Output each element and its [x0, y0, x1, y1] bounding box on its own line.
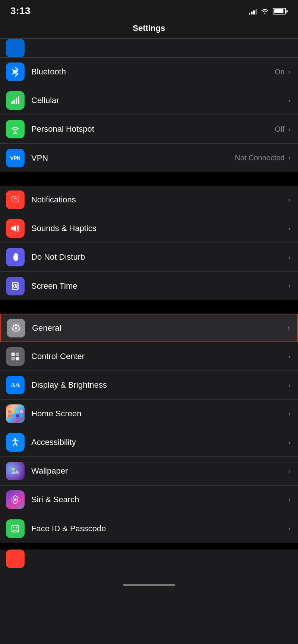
section-divider-1: [0, 172, 298, 186]
notifications-icon: !: [6, 190, 25, 209]
svg-rect-32: [12, 525, 19, 532]
accessibility-label: Accessibility: [31, 438, 76, 447]
vpn-value: Not Connected: [235, 154, 285, 162]
svg-rect-3: [18, 96, 19, 104]
control-center-label: Control Center: [31, 352, 85, 361]
general-label: General: [32, 323, 61, 333]
general-icon: [7, 319, 25, 337]
settings-item-vpn[interactable]: VPN VPN Not Connected ›: [0, 144, 298, 172]
faceid-label: Face ID & Passcode: [31, 524, 106, 534]
settings-item-screentime[interactable]: Screen Time ›: [0, 272, 298, 300]
svg-rect-22: [12, 357, 15, 360]
settings-item-wallpaper[interactable]: Wallpaper ›: [0, 457, 298, 486]
bluetooth-value: On: [275, 68, 285, 76]
section-divider-3: [0, 543, 298, 550]
bluetooth-icon: [6, 63, 25, 81]
screentime-icon: [6, 277, 25, 295]
svg-rect-20: [12, 353, 15, 356]
settings-item-cellular[interactable]: Cellular ›: [0, 86, 298, 115]
settings-item-control-center[interactable]: Control Center ›: [0, 342, 298, 371]
display-chevron: ›: [288, 381, 291, 389]
control-center-icon: [6, 347, 25, 366]
hotspot-value: Off: [275, 125, 285, 134]
svg-point-4: [15, 131, 16, 133]
wallpaper-chevron: ›: [288, 467, 291, 475]
notifications-group: ! Notifications › Sounds & Haptics ›: [0, 186, 298, 300]
screentime-label: Screen Time: [31, 281, 77, 291]
system-group: General › Control Center › AA: [0, 314, 298, 543]
cellular-label: Cellular: [31, 96, 59, 105]
homescreen-icon: [6, 404, 25, 423]
settings-item-siri[interactable]: Siri & Search ›: [0, 486, 298, 514]
dnd-label: Do Not Disturb: [31, 252, 85, 262]
battery-icon: [273, 8, 288, 15]
svg-point-31: [15, 503, 16, 504]
nav-header: Settings: [0, 20, 298, 39]
bluetooth-label: Bluetooth: [31, 67, 66, 77]
sounds-chevron: ›: [288, 225, 291, 233]
cellular-chevron: ›: [288, 97, 291, 105]
display-icon: AA: [6, 376, 25, 394]
accessibility-chevron: ›: [288, 439, 291, 446]
svg-rect-0: [12, 101, 13, 104]
settings-item-accessibility[interactable]: Accessibility ›: [0, 428, 298, 457]
svg-rect-13: [12, 227, 14, 230]
siri-label: Siri & Search: [31, 495, 79, 504]
svg-point-29: [14, 499, 17, 501]
partial-icon: [6, 39, 25, 57]
settings-item-faceid[interactable]: Face ID & Passcode ›: [0, 514, 298, 543]
signal-icon: [249, 8, 257, 15]
settings-item-notifications[interactable]: ! Notifications ›: [0, 186, 298, 214]
notifications-chevron: ›: [288, 196, 291, 204]
svg-point-30: [15, 495, 16, 496]
faceid-chevron: ›: [288, 525, 291, 532]
accessibility-icon: [6, 433, 25, 452]
svg-marker-14: [13, 225, 16, 232]
partial-bottom-item[interactable]: [0, 550, 298, 568]
wallpaper-label: Wallpaper: [31, 466, 68, 476]
partial-item[interactable]: [0, 39, 298, 58]
faceid-icon: [6, 519, 25, 538]
cellular-icon: [6, 91, 25, 110]
homescreen-chevron: ›: [288, 410, 291, 418]
page-title: Settings: [133, 23, 165, 33]
settings-item-sounds[interactable]: Sounds & Haptics ›: [0, 214, 298, 243]
sounds-label: Sounds & Haptics: [31, 224, 96, 233]
partial-bottom-group: [0, 543, 298, 568]
display-label: Display & Brightness: [31, 380, 107, 390]
vpn-label: VPN: [31, 153, 48, 163]
vpn-chevron: ›: [288, 154, 291, 162]
section-divider-2: [0, 300, 298, 314]
svg-rect-23: [16, 357, 19, 360]
hotspot-icon: [6, 120, 25, 138]
partial-bottom-icon: [6, 550, 25, 568]
homescreen-label: Home Screen: [31, 409, 82, 419]
siri-icon: [6, 490, 25, 509]
svg-rect-2: [16, 98, 17, 104]
status-bar: 3:13: [0, 0, 298, 20]
connectivity-group: Bluetooth On › Cellular ›: [0, 58, 298, 172]
hotspot-label: Personal Hotspot: [31, 124, 94, 134]
svg-point-26: [12, 468, 15, 471]
home-indicator: [123, 584, 175, 586]
siri-chevron: ›: [288, 496, 291, 504]
home-indicator-area: [0, 568, 298, 590]
svg-text:!: !: [18, 196, 19, 198]
status-icons: [249, 8, 288, 15]
svg-point-25: [14, 438, 16, 440]
settings-item-bluetooth[interactable]: Bluetooth On ›: [0, 58, 298, 86]
wifi-icon: [261, 8, 269, 14]
settings-item-hotspot[interactable]: Personal Hotspot Off ›: [0, 115, 298, 144]
svg-point-19: [15, 327, 18, 329]
notifications-label: Notifications: [31, 195, 76, 205]
settings-item-display[interactable]: AA Display & Brightness ›: [0, 371, 298, 400]
settings-item-homescreen[interactable]: Home Screen ›: [0, 400, 298, 428]
settings-item-general[interactable]: General ›: [0, 314, 298, 342]
bluetooth-chevron: ›: [288, 68, 291, 76]
screentime-chevron: ›: [288, 282, 291, 290]
wallpaper-icon: [6, 462, 25, 480]
sounds-icon: [6, 219, 25, 238]
settings-item-dnd[interactable]: Do Not Disturb ›: [0, 243, 298, 272]
svg-rect-1: [13, 100, 15, 104]
dnd-icon: [6, 248, 25, 266]
